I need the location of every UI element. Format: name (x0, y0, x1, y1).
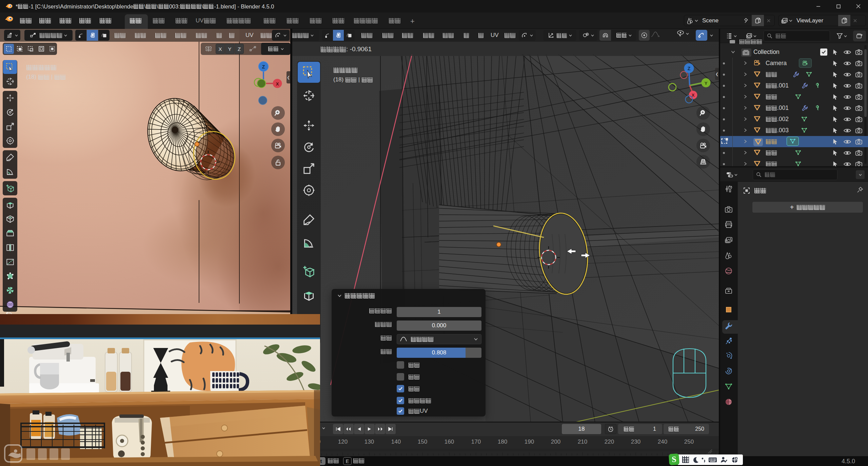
svg-text:X: X (276, 81, 279, 86)
svg-text:Z: Z (688, 66, 691, 71)
svg-text:Z: Z (262, 64, 265, 70)
svg-text:Y: Y (705, 81, 708, 86)
